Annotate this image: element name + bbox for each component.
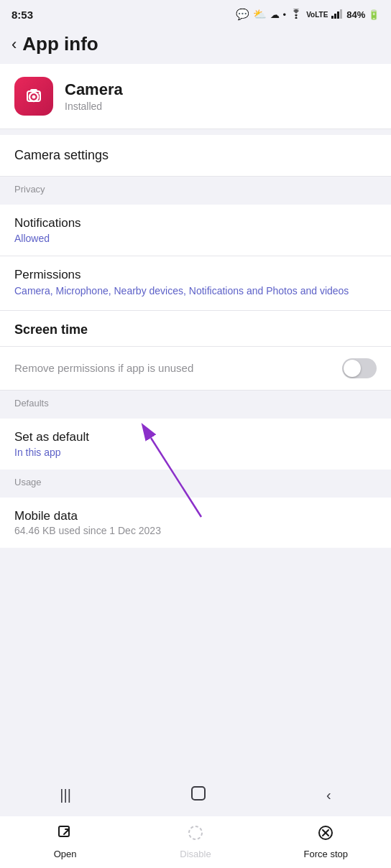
dot-icon: • [283,9,287,20]
open-icon [57,824,74,846]
app-name: Camera [65,80,123,99]
mobile-data-title: Mobile data [14,509,377,523]
svg-point-6 [32,95,36,99]
force-stop-icon [317,824,334,846]
bottom-action-bar: Open Disable Force stop [0,815,391,868]
set-as-default-item[interactable]: Set as default In this app [0,419,391,470]
notifications-item[interactable]: Notifications Allowed [0,205,391,256]
nav-recents-button[interactable]: ||| [42,784,88,806]
open-button[interactable]: Open [0,816,130,868]
camera-settings-row[interactable]: Camera settings [0,135,391,177]
whatsapp-icon: 💬 [236,8,249,21]
toggle-knob [344,360,361,377]
set-as-default-subtitle: In this app [14,447,377,458]
app-status: Installed [65,101,123,112]
svg-rect-8 [30,89,37,92]
header: ‹ App info [0,26,391,64]
remove-permissions-toggle[interactable] [342,358,377,378]
battery-icon: 84% 🔋 [346,9,380,20]
mobile-data-item[interactable]: Mobile data 64.46 KB used since 1 Dec 20… [0,498,391,548]
remove-permissions-label: Remove permissions if app is unused [14,362,342,374]
permissions-subtitle: Camera, Microphone, Nearby devices, Noti… [14,284,377,299]
privacy-section-label: Privacy [0,177,391,199]
disable-icon [187,824,204,846]
wifi-icon [290,9,303,21]
cloud2-icon: ☁ [270,9,280,20]
svg-rect-2 [334,14,336,19]
svg-rect-1 [331,16,334,19]
mobile-data-subtitle: 64.46 KB used since 1 Dec 2023 [14,525,377,536]
disable-button[interactable]: Disable [130,816,260,868]
permissions-item[interactable]: Permissions Camera, Microphone, Nearby d… [0,256,391,311]
force-stop-button[interactable]: Force stop [261,816,391,868]
svg-rect-17 [192,787,205,800]
nav-home-button[interactable] [173,783,224,808]
status-bar: 8:53 💬 ⛅ ☁ • VoLTE [0,0,391,26]
defaults-section-label: Defaults [0,391,391,413]
remove-permissions-row[interactable]: Remove permissions if app is unused [0,347,391,391]
screen-time-title: Screen time [0,311,391,347]
camera-settings-label: Camera settings [14,148,109,162]
notifications-subtitle: Allowed [14,233,377,244]
svg-point-9 [39,93,41,95]
notifications-title: Notifications [14,216,377,230]
signal-icon [331,9,343,21]
svg-rect-4 [340,9,342,19]
force-stop-label: Force stop [304,849,348,859]
lte-icon: VoLTE [306,11,328,19]
app-info-card: Camera Installed [0,64,391,129]
status-icons: 💬 ⛅ ☁ • VoLTE 84% [236,8,380,21]
disable-label: Disable [180,849,211,859]
app-details: Camera Installed [65,80,123,112]
back-button[interactable]: ‹ [12,35,17,54]
screen-time-section: Screen time Remove permissions if app is… [0,311,391,391]
permissions-title: Permissions [14,268,377,282]
cloud-icon: ⛅ [253,8,267,21]
open-label: Open [54,849,77,859]
nav-back-button[interactable]: ‹ [309,784,349,806]
status-time: 8:53 [12,9,33,21]
page-title: App info [22,33,98,55]
svg-point-0 [295,17,298,19]
usage-section-label: Usage [0,470,391,492]
svg-point-13 [189,826,202,839]
set-as-default-title: Set as default [14,430,377,444]
app-icon [14,77,53,116]
svg-rect-3 [337,11,339,19]
nav-bar: ||| ‹ [0,777,391,816]
